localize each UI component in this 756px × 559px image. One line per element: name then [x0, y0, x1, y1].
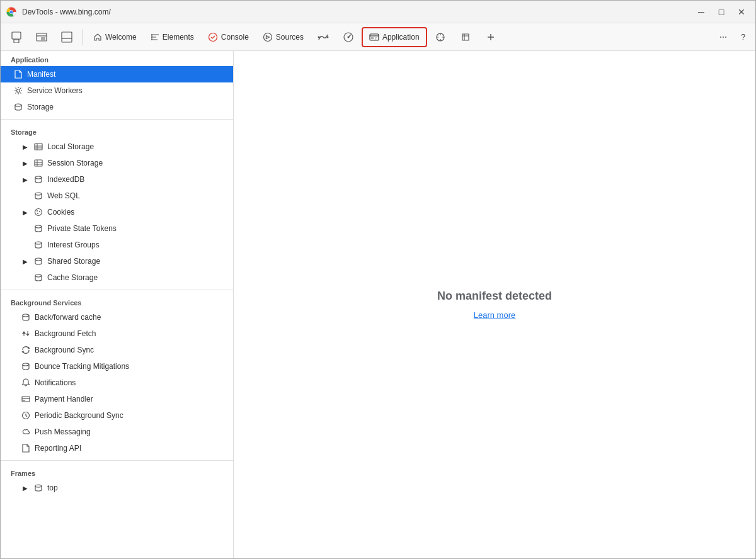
svg-rect-19	[370, 34, 379, 40]
cookies-arrow[interactable]: ▶	[21, 208, 30, 217]
title-bar-left: DevTools - www.bing.com/	[6, 6, 111, 18]
sidebar-item-reporting-api[interactable]: Reporting API	[1, 440, 233, 456]
tab-performance[interactable]	[336, 27, 360, 47]
svg-point-35	[35, 193, 42, 195]
close-button[interactable]: ✕	[733, 3, 750, 21]
svg-point-15	[318, 36, 319, 38]
notifications-label: Notifications	[35, 378, 76, 387]
sidebar-item-periodic-background-sync[interactable]: Periodic Background Sync	[1, 407, 233, 424]
cookie-icon	[33, 207, 43, 217]
top-frame-arrow[interactable]: ▶	[21, 483, 30, 492]
sidebar-item-manifest[interactable]: Manifest	[1, 66, 233, 82]
svg-point-16	[326, 36, 328, 38]
shared-storage-label: Shared Storage	[47, 257, 100, 266]
help-button[interactable]: ?	[735, 27, 752, 47]
svg-rect-10	[41, 37, 45, 40]
sidebar-item-session-storage[interactable]: ▶ Session Storage	[1, 155, 233, 171]
divider-2	[1, 290, 233, 290]
top-frame-label: top	[47, 483, 58, 492]
drawer-icon	[61, 31, 72, 43]
tab-application[interactable]: Application	[362, 27, 427, 47]
tab-elements[interactable]: Elements	[144, 27, 200, 47]
svg-rect-4	[12, 32, 21, 39]
sidebar-item-back-forward-cache[interactable]: Back/forward cache	[1, 309, 233, 325]
cloud-icon	[21, 427, 31, 437]
indexeddb-arrow[interactable]: ▶	[21, 175, 30, 184]
sidebar-item-payment-handler[interactable]: Payment Handler	[1, 391, 233, 407]
tab-welcome[interactable]: Welcome	[87, 27, 143, 47]
svg-point-39	[37, 213, 38, 214]
sidebar-item-cache-storage[interactable]: ▶ Cache Storage	[1, 269, 233, 286]
sidebar-item-top-frame[interactable]: ▶ top	[1, 480, 233, 496]
tab-network[interactable]	[311, 27, 335, 47]
svg-point-41	[35, 242, 42, 244]
performance-icon	[343, 31, 354, 43]
sidebar: Application Manifest	[1, 51, 234, 558]
sidebar-item-interest-groups[interactable]: ▶ Interest Groups	[1, 237, 233, 253]
toggle-drawer-button[interactable]	[55, 27, 79, 47]
svg-point-36	[35, 209, 42, 216]
application-section-header: Application	[1, 51, 233, 66]
title-bar: DevTools - www.bing.com/ ─ □ ✕	[1, 1, 755, 23]
toolbar: Welcome Elements Console Sources	[1, 23, 755, 51]
cylinder-icon-storage	[13, 102, 23, 112]
sidebar-item-storage-app[interactable]: Storage	[1, 99, 233, 115]
svg-point-13	[209, 33, 217, 41]
sidebar-item-background-sync[interactable]: Background Sync	[1, 342, 233, 358]
toolbar-separator-1	[83, 30, 83, 45]
tab-extra-2[interactable]	[454, 27, 478, 47]
svg-point-24	[17, 89, 20, 93]
frames-section-header: Frames	[1, 465, 233, 480]
sources-icon	[263, 32, 273, 42]
shared-storage-arrow[interactable]: ▶	[21, 257, 30, 266]
cylinder-icon-bt	[21, 361, 31, 371]
maximize-button[interactable]: □	[713, 3, 730, 21]
service-workers-label: Service Workers	[27, 86, 83, 95]
svg-point-45	[23, 363, 29, 366]
tab-console[interactable]: Console	[202, 27, 255, 47]
elements-icon	[151, 33, 159, 42]
sidebar-item-shared-storage[interactable]: ▶ Shared Storage	[1, 253, 233, 269]
svg-rect-26	[35, 144, 42, 150]
sidebar-item-push-messaging[interactable]: Push Messaging	[1, 424, 233, 440]
local-storage-arrow[interactable]: ▶	[21, 142, 30, 151]
add-tab-button[interactable]	[479, 27, 503, 47]
sidebar-item-local-storage[interactable]: ▶ Local Storage	[1, 138, 233, 155]
tab-sources[interactable]: Sources	[256, 27, 310, 47]
svg-point-44	[23, 314, 29, 317]
sidebar-item-cookies[interactable]: ▶ Cookies	[1, 204, 233, 220]
svg-point-43	[35, 274, 42, 277]
table-icon-local	[33, 142, 43, 152]
arrows-icon	[21, 329, 31, 339]
window-controls: ─ □ ✕	[692, 3, 750, 21]
toggle-device-button[interactable]	[4, 27, 28, 47]
sidebar-item-bounce-tracking[interactable]: Bounce Tracking Mitigations	[1, 358, 233, 375]
svg-point-34	[35, 176, 42, 179]
separate-window-button[interactable]	[30, 27, 54, 47]
sidebar-item-web-sql[interactable]: ▶ Web SQL	[1, 188, 233, 204]
svg-rect-5	[14, 40, 19, 43]
bounce-tracking-label: Bounce Tracking Mitigations	[35, 362, 129, 371]
more-options-button[interactable]: ⋯	[713, 27, 733, 47]
sidebar-item-indexeddb[interactable]: ▶ IndexedDB	[1, 171, 233, 188]
svg-point-3	[10, 10, 13, 13]
tab-extra-1[interactable]	[428, 27, 452, 47]
reporting-api-label: Reporting API	[35, 444, 81, 453]
extra-icon-1	[435, 31, 446, 43]
sidebar-item-service-workers[interactable]: Service Workers	[1, 82, 233, 99]
sidebar-item-private-state-tokens[interactable]: ▶ Private State Tokens	[1, 220, 233, 237]
sidebar-item-notifications[interactable]: Notifications	[1, 375, 233, 391]
learn-more-link[interactable]: Learn more	[474, 310, 515, 320]
svg-point-42	[35, 258, 42, 261]
minimize-button[interactable]: ─	[692, 3, 710, 21]
sidebar-item-background-fetch[interactable]: Background Fetch	[1, 325, 233, 342]
back-forward-cache-label: Back/forward cache	[35, 313, 101, 322]
devtools-window: DevTools - www.bing.com/ ─ □ ✕	[0, 0, 756, 559]
no-manifest-text: No manifest detected	[437, 290, 552, 303]
cylinder-icon-idb	[33, 174, 43, 184]
svg-point-50	[35, 485, 42, 487]
cylinder-icon-sql	[33, 191, 43, 201]
sync-icon	[21, 345, 31, 355]
session-storage-arrow[interactable]: ▶	[21, 159, 30, 167]
divider-1	[1, 119, 233, 120]
